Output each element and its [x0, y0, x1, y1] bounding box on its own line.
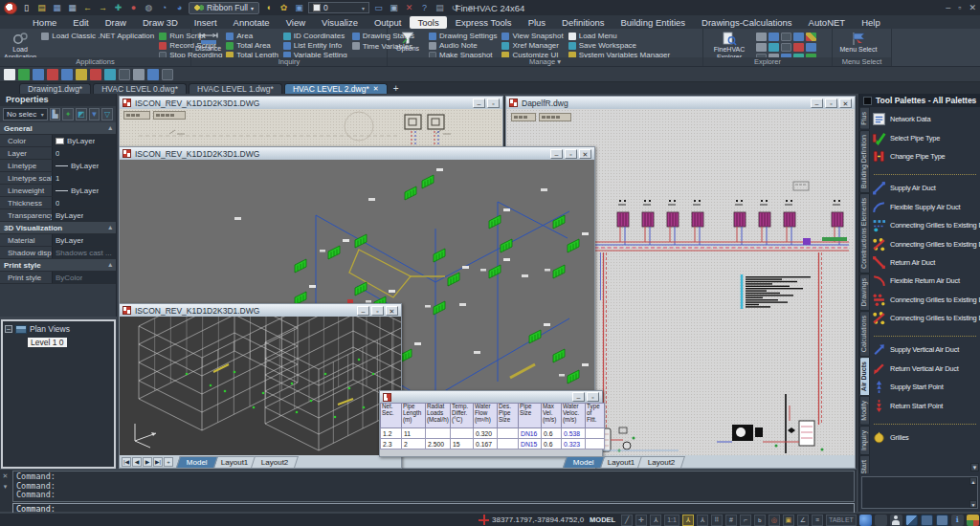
plan-view-item[interactable]: Level 1 0 — [28, 338, 67, 347]
palette-tool[interactable]: Change Pipe Type — [872, 147, 980, 165]
palette-tab[interactable]: Calculations — [859, 311, 870, 357]
palette-tool[interactable]: Connecting Grilles to Existing Duct ... — [872, 309, 980, 327]
palette-tool[interactable]: Return Vertical Air Duct — [872, 360, 980, 378]
isometric-drafting-icon[interactable] — [650, 515, 661, 526]
command-close-icon[interactable]: ✕ — [3, 472, 9, 480]
property-row[interactable]: Print style ByColor — [0, 272, 116, 284]
property-row[interactable]: Material ByLayer — [0, 234, 116, 247]
table-cell[interactable] — [586, 428, 605, 439]
menu-item[interactable]: Edit — [65, 16, 96, 29]
grid-dots-icon[interactable] — [711, 515, 723, 526]
table-cell[interactable] — [586, 439, 605, 449]
view-button[interactable] — [123, 111, 150, 120]
sign-in-icon[interactable] — [890, 515, 902, 526]
help-icon[interactable] — [418, 2, 431, 13]
maximize-button[interactable]: ▫ — [958, 3, 961, 12]
palette-tool[interactable] — [874, 165, 976, 175]
calculation-table-window[interactable]: Net. Sec.Pipe Length (m)Radiat Loads (Mc… — [379, 390, 603, 457]
erase-icon[interactable] — [403, 2, 415, 13]
explorer-tool-icon[interactable] — [756, 43, 767, 52]
menu-item[interactable]: Drawings-Calculations — [694, 16, 800, 29]
grid-display-icon[interactable] — [725, 515, 737, 526]
settings-icon[interactable] — [278, 2, 290, 13]
ribbon-item[interactable]: Xref Manager — [501, 41, 563, 50]
select-objects-icon[interactable]: ✦ — [62, 108, 74, 121]
toolbar-icon[interactable] — [47, 69, 58, 80]
view-button[interactable] — [539, 113, 571, 121]
table-cell[interactable] — [498, 439, 519, 449]
close-button[interactable] — [386, 306, 398, 316]
table-cell[interactable]: 1.2 — [381, 428, 402, 439]
geolocation-icon[interactable] — [859, 515, 872, 526]
property-row[interactable]: Color ByLayer — [0, 135, 116, 147]
palette-tool[interactable]: Network Data — [872, 110, 980, 128]
property-value[interactable]: 1 — [56, 174, 59, 183]
explorer-tool-icon[interactable] — [768, 33, 779, 41]
menu-item[interactable]: Annotate — [226, 16, 278, 29]
explorer-tool-icon[interactable] — [793, 43, 804, 52]
property-value[interactable]: 0 — [56, 199, 59, 208]
ribbon-item[interactable]: Load Classic .NET Application — [41, 32, 154, 41]
snapshot-icon[interactable] — [388, 2, 400, 13]
toolbar-icon[interactable] — [76, 69, 87, 80]
polar-tracking-icon[interactable] — [754, 515, 766, 526]
menu-item[interactable]: Definitions — [554, 16, 612, 29]
table-cell[interactable]: 15 — [451, 439, 474, 449]
property-value[interactable]: ByColor — [56, 274, 82, 282]
maximize-button[interactable] — [487, 99, 500, 108]
property-row[interactable]: Shadow display Shadows cast ... — [0, 247, 116, 259]
palette-tab[interactable]: Air Ducts — [859, 357, 870, 396]
table-cell[interactable]: 0.538 — [562, 428, 586, 439]
palette-tool[interactable] — [874, 327, 976, 337]
toolbar-icon[interactable] — [4, 69, 15, 80]
menu-item[interactable]: Draw 3D — [135, 16, 186, 29]
palette-tool[interactable]: Connecting Grilles to Existing Duct — [872, 216, 980, 234]
info-icon[interactable] — [951, 515, 964, 526]
annotation-scale[interactable]: 1:1 — [664, 515, 679, 526]
viewport-config-icon[interactable] — [921, 515, 933, 526]
property-row[interactable]: Linetype scale 1 — [0, 172, 116, 185]
menu-item[interactable]: Insert — [187, 16, 225, 29]
property-row[interactable]: Transparency ByLayer — [0, 209, 116, 222]
table-cell[interactable]: 11 — [402, 428, 426, 439]
tablet-toggle[interactable]: TABLET — [826, 515, 857, 526]
property-value[interactable]: ByLayer — [56, 211, 83, 220]
palette-tab[interactable]: Drawings — [859, 274, 870, 311]
ribbon-item[interactable]: View Snapshot — [501, 32, 563, 40]
minimize-button[interactable]: – — [946, 3, 950, 12]
toolbar-icon[interactable] — [104, 69, 116, 80]
toolbar-icon[interactable] — [90, 69, 101, 80]
property-row[interactable]: Linetype ByLayer — [0, 160, 116, 172]
table-cell[interactable]: DN16 — [519, 428, 542, 439]
property-value[interactable]: 0 — [56, 149, 59, 158]
toolbar-icon[interactable] — [61, 69, 73, 80]
next-tab-icon[interactable] — [143, 457, 152, 467]
drawing-canvas-plan[interactable] — [120, 109, 502, 149]
palette-tool[interactable]: Flexible Return Air Duct — [872, 272, 980, 290]
palette-tool[interactable]: Supply Air Duct — [872, 179, 980, 197]
close-button[interactable] — [839, 99, 852, 108]
workspace-icon[interactable] — [936, 515, 948, 526]
options-button[interactable]: Options — [391, 31, 424, 57]
annotation-visibility-icon[interactable] — [697, 515, 708, 526]
new-drawing-icon[interactable] — [20, 2, 33, 13]
toolbar-overflow-icon[interactable] — [464, 2, 477, 13]
quick-select-icon[interactable]: ◩ — [76, 108, 87, 121]
scroll-down-icon[interactable]: ▼ — [969, 500, 977, 508]
plot-icon[interactable] — [112, 2, 124, 13]
object-snap-tracking-icon[interactable] — [783, 515, 794, 526]
explorer-tool-icon[interactable] — [793, 33, 804, 41]
document-tab[interactable]: HVAC LEVEL 1.dwg* — [189, 83, 282, 94]
ribbon-item[interactable]: Audio Note — [429, 41, 497, 50]
view-button[interactable] — [511, 113, 536, 121]
toolbar-icon[interactable] — [162, 69, 173, 80]
explorer-tool-icon[interactable] — [781, 43, 791, 52]
minimize-button[interactable] — [473, 99, 485, 108]
window-title-bar[interactable]: ISCON_REV_K1D1D2K3D1.DWG — [120, 147, 594, 160]
command-expand-icon[interactable]: ▾ — [4, 483, 8, 491]
tab-close-icon[interactable] — [373, 85, 379, 93]
view-button[interactable] — [153, 111, 186, 120]
table-cell[interactable]: 2.500 — [426, 439, 451, 449]
property-value[interactable]: ByLayer — [56, 236, 83, 245]
open-icon[interactable] — [35, 2, 48, 13]
